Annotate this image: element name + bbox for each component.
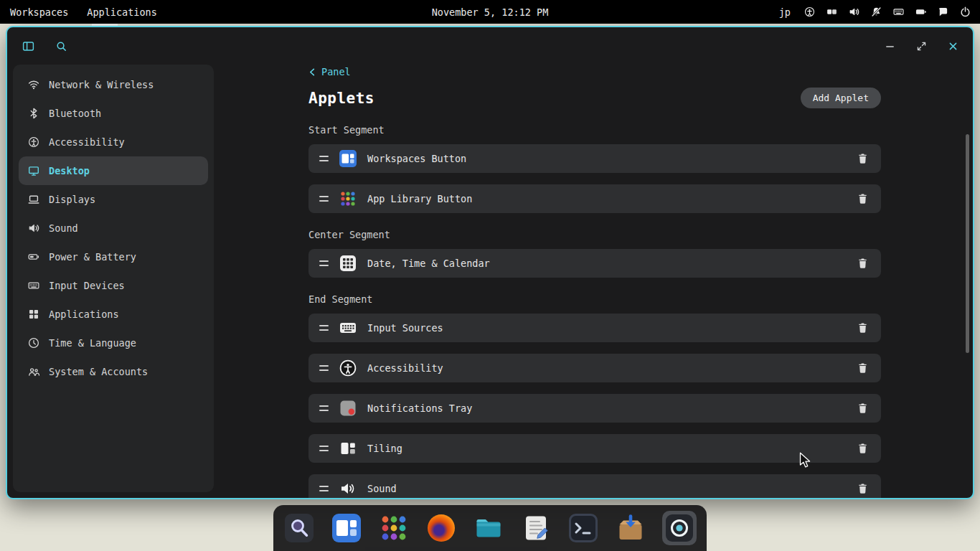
dock [273, 505, 707, 551]
titlebar[interactable] [7, 27, 973, 65]
sound-icon[interactable] [844, 3, 863, 22]
sound-applet-icon [339, 480, 357, 497]
users-icon [28, 366, 39, 377]
trash-icon[interactable] [854, 441, 870, 456]
applet-label: Date, Time & Calendar [367, 258, 490, 269]
sidebar-item-accessibility[interactable]: Accessibility [19, 128, 208, 156]
applet-row-accessibility: Accessibility [308, 354, 881, 382]
accessibility-icon[interactable] [800, 3, 819, 22]
sidebar-item-label: Power & Battery [49, 251, 136, 263]
applet-label: Notifications Tray [367, 402, 472, 414]
sidebar-item-label: Input Devices [49, 280, 125, 291]
workspaces-applet-icon [339, 150, 357, 167]
sidebar-item-label: Desktop [49, 165, 90, 176]
accessibility-applet-icon [339, 359, 357, 377]
drag-handle-icon[interactable] [319, 260, 329, 266]
keyboard-icon [28, 280, 39, 291]
settings-sidebar: Network & Wireless Bluetooth Accessibili… [13, 65, 214, 492]
applet-row-tiling: Tiling [308, 434, 881, 463]
chat-icon[interactable] [933, 3, 952, 22]
window-tiling-icon[interactable] [822, 3, 841, 22]
battery-icon[interactable] [911, 3, 930, 22]
applet-row-date-time-calendar: Date, Time & Calendar [308, 249, 881, 278]
firefox-icon[interactable] [425, 512, 457, 544]
section-label-center-segment: Center Segment [308, 229, 881, 240]
add-applet-button[interactable]: Add Applet [801, 88, 881, 108]
page-title: Applets [308, 90, 374, 107]
sidebar-item-label: System & Accounts [49, 366, 148, 377]
clock-icon [28, 337, 39, 349]
sidebar-item-bluetooth[interactable]: Bluetooth [19, 99, 208, 128]
applet-label: Tiling [367, 443, 402, 454]
section-label-end-segment: End Segment [308, 293, 881, 305]
workspaces-button[interactable]: Workspaces [4, 3, 74, 22]
bluetooth-icon [28, 108, 39, 119]
scrollbar[interactable] [966, 134, 969, 353]
input-source-indicator[interactable]: jp [773, 3, 796, 22]
sidebar-item-label: Applications [49, 309, 119, 320]
sidebar-item-power-battery[interactable]: Power & Battery [19, 242, 208, 271]
top-panel-left: Workspaces Applications [0, 3, 163, 22]
trash-icon[interactable] [854, 151, 870, 166]
app-library-icon[interactable] [378, 512, 410, 544]
terminal-icon[interactable] [567, 512, 599, 544]
sidebar-item-sound[interactable]: Sound [19, 214, 208, 242]
sound-icon [28, 222, 39, 234]
settings-icon[interactable] [662, 511, 697, 545]
clock-button[interactable]: November 5, 12:12 PM [425, 3, 556, 22]
power-icon[interactable] [956, 3, 974, 22]
calendar-applet-icon [339, 255, 357, 272]
applet-label: Sound [367, 483, 397, 494]
applet-row-notifications-tray: Notifications Tray [308, 394, 881, 423]
wifi-icon [28, 79, 39, 90]
applications-button[interactable]: Applications [81, 3, 163, 22]
sidebar-item-applications[interactable]: Applications [19, 300, 208, 329]
desktop-icon [28, 165, 39, 176]
drag-handle-icon[interactable] [319, 405, 329, 411]
displays-icon [28, 194, 39, 205]
workspaces-app-icon[interactable] [331, 512, 362, 544]
trash-icon[interactable] [854, 400, 870, 416]
notifications-tray-applet-icon [339, 400, 357, 417]
search-icon[interactable] [53, 38, 69, 54]
close-button[interactable] [946, 39, 960, 53]
sidebar-toggle-icon[interactable] [20, 38, 36, 54]
sidebar-item-displays[interactable]: Displays [19, 185, 208, 214]
trash-icon[interactable] [854, 360, 870, 376]
tiling-applet-icon [339, 440, 357, 457]
sidebar-item-input-devices[interactable]: Input Devices [19, 271, 208, 300]
back-link-label: Panel [321, 66, 351, 77]
notifications-disabled-icon[interactable] [867, 3, 885, 22]
sidebar-item-system-accounts[interactable]: System & Accounts [19, 357, 208, 386]
trash-icon[interactable] [854, 191, 870, 207]
keyboard-icon[interactable] [889, 3, 908, 22]
drag-handle-icon[interactable] [319, 325, 329, 331]
trash-icon[interactable] [854, 481, 870, 496]
drag-handle-icon[interactable] [319, 156, 329, 161]
drag-handle-icon[interactable] [319, 365, 329, 371]
section-label-start-segment: Start Segment [308, 124, 881, 136]
trash-icon[interactable] [854, 320, 870, 336]
launcher-icon[interactable] [283, 512, 315, 544]
minimize-button[interactable] [882, 39, 897, 53]
drag-handle-icon[interactable] [319, 446, 329, 451]
text-editor-icon[interactable] [520, 512, 552, 544]
sidebar-item-label: Network & Wireless [49, 79, 154, 90]
titlebar-left-icons [20, 38, 69, 54]
back-to-panel-link[interactable]: Panel [308, 65, 351, 79]
sidebar-item-network-wireless[interactable]: Network & Wireless [19, 70, 208, 99]
store-icon[interactable] [615, 512, 646, 544]
trash-icon[interactable] [854, 255, 870, 271]
battery-icon [28, 251, 39, 263]
drag-handle-icon[interactable] [319, 486, 329, 491]
drag-handle-icon[interactable] [319, 196, 329, 202]
applets-page: Panel Applets Add Applet Start Segment W… [308, 65, 881, 498]
sidebar-item-desktop[interactable]: Desktop [19, 156, 208, 185]
accessibility-icon [28, 136, 39, 148]
sidebar-item-time-language[interactable]: Time & Language [19, 329, 208, 357]
top-panel-status-area: jp [773, 3, 980, 22]
applet-label: Workspaces Button [367, 153, 466, 164]
files-icon[interactable] [473, 512, 504, 544]
settings-window: Network & Wireless Bluetooth Accessibili… [6, 26, 974, 499]
maximize-button[interactable] [914, 39, 928, 53]
